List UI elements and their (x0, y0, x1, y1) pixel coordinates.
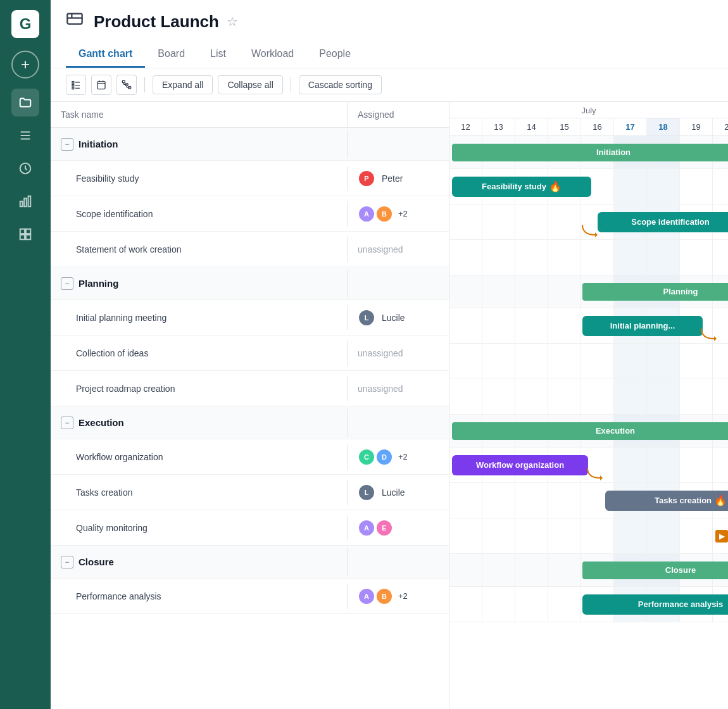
day-15: 15 (548, 118, 581, 135)
bar-scope-label: Scope identification (631, 217, 710, 227)
bar-planning[interactable]: Planning (582, 283, 728, 301)
group-assigned-execution (348, 418, 449, 428)
task-name-roadmap: Project roadmap creation (51, 376, 348, 401)
avatar-lucile2: L (358, 484, 375, 501)
gantt-chart-panel: July 12 13 14 15 16 17 18 19 20 21 (449, 102, 728, 709)
group-name-cell-planning: − Planning (51, 270, 348, 298)
sidebar-item-folder[interactable] (11, 89, 39, 116)
tab-board[interactable]: Board (145, 42, 198, 68)
bar-feasibility-label: Feasibility study (482, 182, 546, 191)
avatar-scope2: B (375, 205, 393, 223)
bar-performance[interactable]: Performance analysis (582, 594, 728, 615)
group-toggle-execution[interactable]: − (61, 417, 73, 429)
task-row-scope: Scope identification A B +2 (51, 196, 449, 232)
task-assigned-scope: A B +2 (348, 200, 449, 228)
svg-rect-5 (24, 198, 27, 206)
workflow-extra-count: +2 (398, 452, 408, 461)
tab-gantt[interactable]: Gantt chart (66, 42, 145, 68)
gantt-table: Task name Assigned − Initiation Feasibil… (51, 102, 728, 709)
avatar-perf2: B (375, 587, 393, 605)
gantt-row-roadmap (449, 379, 728, 415)
tab-workload[interactable]: Workload (239, 42, 306, 68)
gantt-row-closure-group: Closure (449, 554, 728, 587)
task-view-icon-btn[interactable] (66, 75, 86, 95)
gantt-row-tasks-creation: Tasks creation 🔥 (449, 483, 728, 518)
cascade-sorting-button[interactable]: Cascade sorting (299, 75, 382, 94)
bar-initiation[interactable]: Initiation (452, 144, 728, 161)
task-name-feasibility: Feasibility study (51, 166, 348, 191)
svg-rect-16 (72, 84, 74, 86)
assignee-name-peter: Peter (382, 173, 403, 184)
gantt-row-feasibility: Feasibility study 🔥 (449, 169, 728, 204)
bar-closure[interactable]: Closure (582, 562, 728, 579)
toolbar: Expand all Collapse all Cascade sorting (51, 68, 728, 102)
favorite-icon[interactable]: ☆ (227, 14, 238, 29)
svg-rect-11 (67, 14, 82, 24)
bar-initial-planning-label: Initial planning... (610, 321, 675, 330)
task-name-scope: Scope identification (51, 201, 348, 227)
group-toggle-planning[interactable]: − (61, 277, 73, 290)
group-toggle-initiation[interactable]: − (61, 138, 73, 151)
bar-workflow[interactable]: Workflow organization (452, 455, 588, 475)
task-assigned-performance: A B +2 (348, 582, 449, 610)
bar-initial-planning[interactable]: Initial planning... (582, 316, 703, 336)
svg-rect-8 (26, 229, 30, 234)
task-row-roadmap: Project roadmap creation unassigned (51, 371, 449, 406)
svg-rect-14 (72, 82, 74, 84)
task-assigned-feasibility: P Peter (348, 165, 449, 192)
expand-all-button[interactable]: Expand all (153, 75, 213, 94)
task-row-performance: Performance analysis A B +2 (51, 579, 449, 614)
gantt-row-collection: Collection of (449, 344, 728, 379)
task-assigned-tasks-creation: L Lucile (348, 479, 449, 506)
group-label-closure: Closure (78, 556, 114, 567)
task-name-header: Task name (51, 102, 348, 127)
hierarchy-icon-btn[interactable] (116, 75, 137, 95)
avatar-workflow1: C (358, 448, 375, 466)
perf-extra-count: +2 (398, 591, 408, 601)
sidebar-item-clock[interactable] (11, 154, 39, 182)
svg-marker-34 (600, 475, 603, 480)
fire-icon-feasibility: 🔥 (549, 180, 562, 192)
bar-scope[interactable]: Scope identification (598, 212, 728, 232)
unassigned-label-roadmap: unassigned (358, 384, 403, 394)
group-row-initiation: − Initiation (51, 128, 449, 161)
group-name-cell-initiation: − Initiation (51, 130, 348, 158)
collapse-all-button[interactable]: Collapse all (218, 75, 282, 94)
calendar-icon-btn[interactable] (91, 75, 111, 95)
sidebar-item-grid[interactable] (11, 220, 39, 248)
bar-execution[interactable]: Execution (452, 422, 728, 440)
sidebar-item-chart[interactable] (11, 187, 39, 215)
gantt-row-quality: ▶ (449, 518, 728, 554)
bar-feasibility[interactable]: Feasibility study 🔥 (452, 177, 591, 197)
group-assigned-initiation (348, 139, 449, 149)
svg-marker-31 (595, 232, 598, 237)
svg-rect-18 (72, 87, 74, 89)
task-row-quality: Quality monitoring A E (51, 510, 449, 546)
group-toggle-closure[interactable]: − (61, 556, 73, 568)
svg-marker-33 (714, 336, 717, 341)
avatar-quality1: A (358, 519, 375, 537)
task-assigned-workflow: C D +2 (348, 443, 449, 471)
task-list-panel: Task name Assigned − Initiation Feasibil… (51, 102, 449, 709)
group-label-initiation: Initiation (78, 139, 118, 149)
gantt-row-initial-planning: Initial planning... (449, 308, 728, 344)
day-16: 16 (581, 118, 614, 135)
add-button[interactable]: + (11, 51, 39, 78)
task-assigned-roadmap: unassigned (348, 379, 449, 399)
task-assigned-collection: unassigned (348, 343, 449, 363)
bar-tasks-creation[interactable]: Tasks creation 🔥 (605, 491, 728, 511)
main-content: Product Launch ☆ Gantt chart Board List … (51, 0, 728, 709)
tab-people[interactable]: People (306, 42, 363, 68)
bar-closure-label: Closure (665, 565, 696, 575)
day-18: 18 (647, 118, 680, 135)
scope-extra-count: +2 (398, 209, 408, 218)
day-20: 20 (713, 118, 728, 135)
task-name-tasks-creation: Tasks creation (51, 480, 348, 505)
tab-list[interactable]: List (198, 42, 239, 68)
day-17: 17 (614, 118, 647, 135)
avatar-scope1: A (358, 205, 375, 223)
task-assigned-quality: A E (348, 514, 449, 542)
task-row-workflow: Workflow organization C D +2 (51, 439, 449, 475)
sidebar-item-list[interactable] (11, 122, 39, 149)
group-name-cell-execution: − Execution (51, 409, 348, 437)
